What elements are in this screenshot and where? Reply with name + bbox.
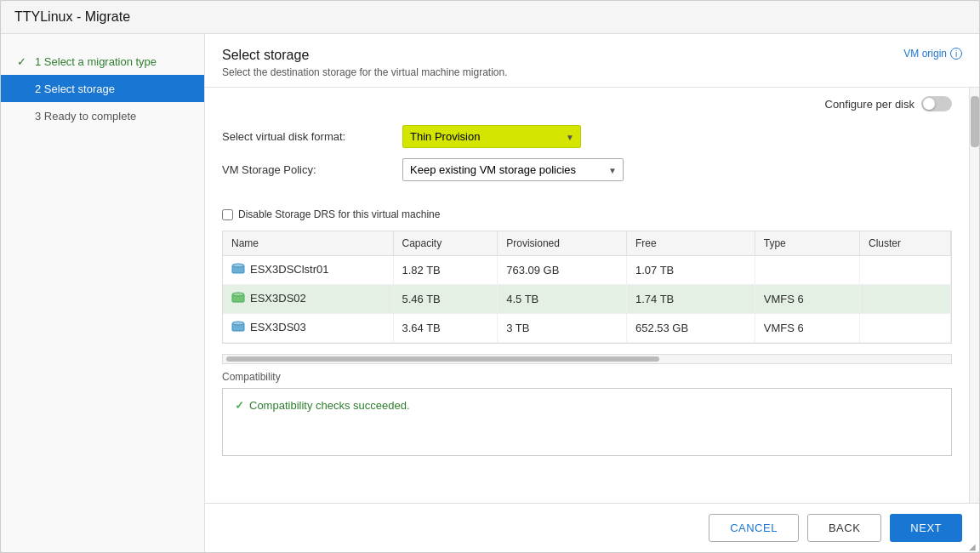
table-row[interactable]: ESX3DSClstr01 1.82 TB 763.09 GB 1.07 TB: [223, 256, 951, 285]
table-row[interactable]: ESX3DS03 3.64 TB 3 TB 652.53 GB VMFS 6: [223, 314, 951, 343]
disable-drs-row: Disable Storage DRS for this virtual mac…: [205, 205, 969, 231]
compat-ok: ✓ Compatibility checks succeeded.: [235, 399, 939, 412]
compatibility-label: Compatibility: [222, 371, 952, 383]
sidebar-step1-label: 1 Select a migration type: [35, 55, 157, 68]
datastore-svg-0: [231, 262, 245, 276]
resize-corner: ◢: [969, 542, 977, 550]
sidebar-item-step2[interactable]: 2 Select storage: [1, 75, 204, 102]
svg-point-1: [232, 264, 244, 267]
row2-provisioned: 3 TB: [498, 314, 627, 343]
row1-capacity: 5.46 TB: [393, 285, 498, 314]
row1-provisioned: 4.5 TB: [498, 285, 627, 314]
row0-capacity: 1.82 TB: [393, 256, 498, 285]
storage-policy-select[interactable]: Keep existing VM storage policies: [402, 158, 624, 181]
vm-origin-label: VM origin: [903, 48, 947, 60]
configure-per-disk-label: Configure per disk: [825, 98, 915, 111]
scrollbar-thumb: [226, 356, 659, 362]
storage-table: Name Capacity Provisioned Free Type Clus…: [223, 231, 951, 343]
compatibility-section: Compatibility ✓ Compatibility checks suc…: [205, 371, 969, 470]
panel-header: Select storage Select the destination st…: [205, 34, 979, 88]
row1-name: ESX3DS02: [223, 285, 393, 314]
sidebar-step2-label: 2 Select storage: [35, 83, 115, 95]
datastore-svg-2: [231, 320, 245, 334]
col-cluster: Cluster: [859, 231, 950, 256]
datastore-icon-1: ESX3DS02: [231, 291, 306, 305]
row2-capacity: 3.64 TB: [393, 314, 498, 343]
form-area: Select virtual disk format: Thin Provisi…: [205, 111, 969, 205]
title-bar: TTYLinux - Migrate: [1, 1, 979, 34]
table-body: ESX3DSClstr01 1.82 TB 763.09 GB 1.07 TB: [223, 256, 951, 343]
panel: Select storage Select the destination st…: [205, 34, 979, 552]
col-free: Free: [626, 231, 755, 256]
step2-icon: [14, 82, 28, 95]
row0-cluster: [859, 256, 950, 285]
col-name: Name: [223, 231, 393, 256]
row2-free: 652.53 GB: [626, 314, 755, 343]
horizontal-scrollbar[interactable]: [222, 354, 952, 364]
right-scrollbar-thumb: [971, 96, 979, 147]
next-button[interactable]: NEXT: [890, 514, 962, 542]
col-capacity: Capacity: [393, 231, 498, 256]
row2-name: ESX3DS03: [223, 314, 393, 343]
compat-check-icon: ✓: [235, 399, 244, 412]
storage-policy-label: VM Storage Policy:: [222, 163, 392, 176]
migrate-window: TTYLinux - Migrate ✓ 1 Select a migratio…: [0, 0, 980, 553]
compatibility-box: ✓ Compatibility checks succeeded.: [222, 388, 952, 456]
svg-point-5: [232, 322, 244, 325]
disk-format-label: Select virtual disk format:: [222, 130, 392, 143]
storage-policy-select-wrapper: Keep existing VM storage policies ▼: [402, 158, 624, 181]
datastore-svg-1: [231, 291, 245, 305]
datastore-icon-2: ESX3DS03: [231, 320, 306, 334]
footer: CANCEL BACK NEXT: [205, 503, 979, 552]
compat-message: Compatibility checks succeeded.: [249, 399, 410, 412]
configure-per-disk: Configure per disk: [825, 96, 953, 111]
sidebar-item-step3[interactable]: 3 Ready to complete: [1, 102, 204, 129]
disable-drs-checkbox[interactable]: [222, 209, 233, 220]
check-icon: ✓: [14, 54, 28, 68]
row1-type: VMFS 6: [755, 285, 859, 314]
panel-body: Configure per disk Select virtual disk f…: [205, 88, 979, 503]
panel-title: Select storage: [222, 48, 508, 63]
svg-point-3: [232, 293, 244, 296]
panel-inner: Configure per disk Select virtual disk f…: [205, 88, 969, 503]
row0-free: 1.07 TB: [626, 256, 755, 285]
sidebar-step3-label: 3 Ready to complete: [35, 110, 136, 123]
window-title: TTYLinux - Migrate: [14, 9, 130, 24]
table-header-row: Name Capacity Provisioned Free Type Clus…: [223, 231, 951, 256]
main-content: ✓ 1 Select a migration type 2 Select sto…: [1, 34, 979, 552]
row0-type: [755, 256, 859, 285]
row1-free: 1.74 TB: [626, 285, 755, 314]
row2-cluster: [859, 314, 950, 343]
storage-table-container: Name Capacity Provisioned Free Type Clus…: [222, 231, 952, 344]
storage-policy-row: VM Storage Policy: Keep existing VM stor…: [222, 158, 952, 181]
disk-format-row: Select virtual disk format: Thin Provisi…: [222, 125, 952, 148]
disk-format-select-wrapper: Thin Provision ▼: [402, 125, 581, 148]
row1-cluster: [859, 285, 950, 314]
sidebar: ✓ 1 Select a migration type 2 Select sto…: [1, 34, 205, 552]
disable-drs-label: Disable Storage DRS for this virtual mac…: [238, 208, 440, 220]
right-scrollbar[interactable]: [969, 88, 979, 503]
panel-description: Select the destination storage for the v…: [222, 66, 508, 78]
row0-name: ESX3DSClstr01: [223, 256, 393, 285]
disk-format-select[interactable]: Thin Provision: [402, 125, 581, 148]
vm-origin-link[interactable]: VM origin i: [903, 48, 962, 60]
back-button[interactable]: BACK: [807, 514, 881, 542]
table-row-selected[interactable]: ESX3DS02 5.46 TB 4.5 TB 1.74 TB VMFS 6: [223, 285, 951, 314]
toggle-knob: [923, 98, 935, 110]
row2-type: VMFS 6: [755, 314, 859, 343]
step3-icon: [14, 109, 28, 123]
col-type: Type: [755, 231, 859, 256]
datastore-icon-0: ESX3DSClstr01: [231, 262, 328, 276]
cancel-button[interactable]: CANCEL: [709, 514, 799, 542]
info-icon: i: [950, 48, 962, 60]
col-provisioned: Provisioned: [498, 231, 627, 256]
panel-header-left: Select storage Select the destination st…: [222, 48, 508, 78]
configure-per-disk-toggle[interactable]: [921, 96, 952, 111]
sidebar-item-step1[interactable]: ✓ 1 Select a migration type: [1, 48, 204, 75]
row0-provisioned: 763.09 GB: [498, 256, 627, 285]
